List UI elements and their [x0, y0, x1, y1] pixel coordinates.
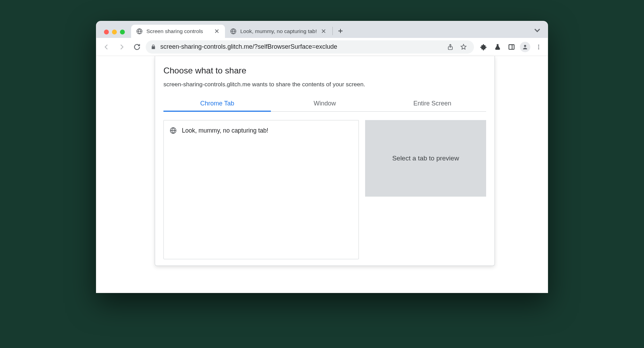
svg-point-5 — [538, 45, 539, 46]
svg-rect-3 — [509, 45, 514, 49]
browser-menu-button[interactable] — [533, 41, 544, 53]
omnibox-text: screen-sharing-controls.glitch.me/?selfB… — [160, 43, 441, 50]
tab-list-item-title: Look, mummy, no capturing tab! — [182, 127, 268, 134]
page-content: Choose what to share screen-sharing-cont… — [96, 56, 548, 293]
bookmark-icon[interactable] — [458, 41, 469, 53]
surface-tab-entire-screen[interactable]: Entire Screen — [379, 95, 486, 111]
lock-icon — [151, 44, 156, 50]
toolbar: screen-sharing-controls.glitch.me/?selfB… — [96, 38, 548, 56]
tab-separator — [332, 27, 333, 35]
back-button[interactable] — [100, 40, 113, 54]
svg-point-7 — [538, 48, 539, 49]
tab-list-item[interactable]: Look, mummy, no capturing tab! — [167, 124, 355, 137]
globe-icon — [136, 28, 143, 35]
surface-tab-chrome-tab[interactable]: Chrome Tab — [163, 95, 271, 111]
surface-tabs: Chrome Tab Window Entire Screen — [163, 95, 486, 112]
omnibox[interactable]: screen-sharing-controls.glitch.me/?selfB… — [146, 40, 474, 54]
dialog-subtitle: screen-sharing-controls.glitch.me wants … — [163, 81, 486, 88]
labs-icon[interactable] — [492, 41, 503, 53]
tabstrip-right — [532, 25, 548, 38]
dialog-title: Choose what to share — [163, 66, 486, 76]
browser-tab-title: Screen sharing controls — [146, 28, 210, 34]
browser-window: Screen sharing controls ✕ Look, mummy, n… — [96, 21, 548, 293]
globe-icon — [169, 127, 177, 134]
window-controls — [102, 30, 128, 38]
tabs-menu-button[interactable] — [532, 25, 542, 35]
tabs-wrap: Screen sharing controls ✕ Look, mummy, n… — [128, 21, 548, 38]
surface-body: Look, mummy, no capturing tab! Select a … — [163, 112, 486, 259]
browser-tab-inactive[interactable]: Look, mummy, no capturing tab! ✕ — [225, 25, 332, 38]
new-tab-button[interactable] — [335, 25, 346, 37]
globe-icon — [230, 28, 237, 35]
browser-tab-title: Look, mummy, no capturing tab! — [240, 28, 317, 34]
close-window[interactable] — [104, 30, 109, 34]
svg-point-6 — [538, 46, 539, 47]
preview-placeholder: Select a tab to preview — [365, 120, 486, 197]
side-panel-icon[interactable] — [506, 41, 517, 53]
forward-button[interactable] — [115, 40, 128, 54]
preview-pane: Select a tab to preview — [365, 120, 486, 259]
toolbar-actions — [476, 41, 544, 53]
close-icon[interactable]: ✕ — [320, 27, 327, 35]
profile-button[interactable] — [520, 42, 530, 52]
share-dialog: Choose what to share screen-sharing-cont… — [155, 56, 495, 266]
surface-tab-window[interactable]: Window — [271, 95, 378, 111]
minimize-window[interactable] — [112, 30, 117, 34]
maximize-window[interactable] — [120, 30, 125, 34]
close-icon[interactable]: ✕ — [214, 27, 220, 35]
tab-strip: Screen sharing controls ✕ Look, mummy, n… — [96, 21, 548, 38]
reload-button[interactable] — [130, 40, 144, 54]
svg-point-4 — [524, 45, 526, 47]
share-icon[interactable] — [445, 41, 456, 53]
tab-list[interactable]: Look, mummy, no capturing tab! — [163, 120, 359, 259]
browser-tab-active[interactable]: Screen sharing controls ✕ — [131, 25, 225, 38]
extensions-icon[interactable] — [478, 41, 489, 53]
